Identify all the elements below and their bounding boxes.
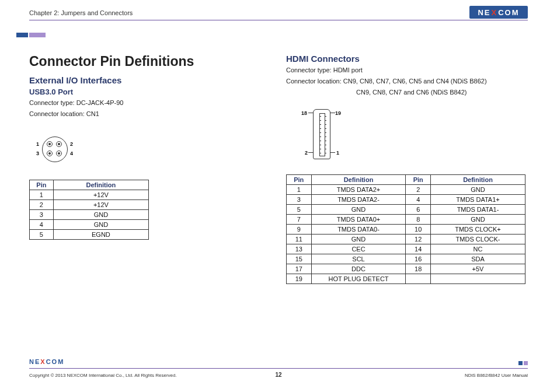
cell-pin xyxy=(406,274,431,284)
cell-pin: 12 xyxy=(406,234,431,244)
cell-def: TMDS DATA0- xyxy=(311,224,406,234)
cell-pin: 16 xyxy=(406,254,431,264)
hdmi-port-diagram: 18 19 2 1 xyxy=(287,106,369,164)
cell-def: TMDS DATA2- xyxy=(311,194,406,204)
table-row: 5EGND xyxy=(30,229,149,239)
cell-pin: 19 xyxy=(287,274,312,284)
cell-def: TMDS DATA1+ xyxy=(431,194,525,204)
hdmi-connector-location-1: Connector location: CN9, CN8, CN7, CN6, … xyxy=(286,77,528,86)
table-row: 19HOT PLUG DETECT xyxy=(287,274,525,284)
cell-def xyxy=(431,274,525,284)
usb-label-1: 1 xyxy=(36,141,39,147)
th-pin: Pin xyxy=(406,174,431,184)
usb-label-2: 2 xyxy=(70,141,73,147)
cell-def: +5V xyxy=(431,264,525,274)
nexcom-logo: NEXCOM xyxy=(469,6,528,19)
cell-def: GND xyxy=(431,184,525,194)
cell-pin: 6 xyxy=(406,204,431,214)
usb-pin-table: Pin Definition 1+12V2+12V3GND4GND5EGND xyxy=(29,180,149,240)
usb-pin4-icon xyxy=(56,150,62,156)
cell-def: EGND xyxy=(53,229,148,239)
usb-label-4: 4 xyxy=(70,150,73,156)
cell-pin: 3 xyxy=(287,194,312,204)
cell-pin: 10 xyxy=(406,224,431,234)
cell-def: TMDS DATA1- xyxy=(431,204,525,214)
logo-part-a: NE xyxy=(478,8,490,17)
cell-def: TMDS CLOCK- xyxy=(431,234,525,244)
logo-part-x: X xyxy=(491,8,499,17)
cell-def: DDC xyxy=(311,264,406,274)
manual-name: NDiS B862/B842 User Manual xyxy=(465,373,528,378)
th-pin: Pin xyxy=(287,174,312,184)
th-definition: Definition xyxy=(311,174,406,184)
cell-def: TMDS DATA2+ xyxy=(311,184,406,194)
table-row: 9TMDS DATA0-10TMDS CLOCK+ xyxy=(287,224,525,234)
hdmi-body-icon xyxy=(313,109,330,159)
page-tab-marker xyxy=(29,33,46,37)
hdmi-label-2: 2 xyxy=(305,150,308,156)
logo-part-a: NE xyxy=(29,358,40,365)
table-row: 11GND12TMDS CLOCK- xyxy=(287,234,525,244)
cell-def: HOT PLUG DETECT xyxy=(311,274,406,284)
subsection-usb3: USB3.0 Port xyxy=(29,88,257,96)
cell-pin: 1 xyxy=(30,190,54,200)
cell-pin: 2 xyxy=(30,200,54,209)
cell-def: NC xyxy=(431,244,525,254)
cell-pin: 14 xyxy=(406,244,431,254)
cell-def: TMDS CLOCK+ xyxy=(431,224,525,234)
th-definition: Definition xyxy=(431,174,525,184)
cell-pin: 8 xyxy=(406,214,431,224)
usb-pin3-icon xyxy=(47,150,53,156)
hdmi-leader-19 xyxy=(330,113,335,113)
hdmi-label-1: 1 xyxy=(336,150,339,156)
usb-connector-type: Connector type: DC-JACK-4P-90 xyxy=(29,99,257,108)
table-row: 7TMDS DATA0+8GND xyxy=(287,214,525,224)
cell-pin: 5 xyxy=(30,229,54,239)
usb-outer-ring-icon xyxy=(42,136,68,162)
cell-def: +12V xyxy=(53,200,148,209)
cell-pin: 2 xyxy=(406,184,431,194)
cell-def: GND xyxy=(311,234,406,244)
cell-def: CEC xyxy=(311,244,406,254)
section-hdmi: HDMI Connectors xyxy=(286,54,528,64)
chapter-title: Chapter 2: Jumpers and Connectors xyxy=(29,9,133,16)
hdmi-leader-2 xyxy=(308,152,313,153)
table-row: 5GND6TMDS DATA1- xyxy=(287,204,525,214)
cell-pin: 5 xyxy=(287,204,312,214)
hdmi-label-18: 18 xyxy=(301,110,307,116)
cell-def: GND xyxy=(311,204,406,214)
cell-pin: 17 xyxy=(287,264,312,274)
cell-def: GND xyxy=(431,214,525,224)
cell-pin: 13 xyxy=(287,244,312,254)
cell-def: SDA xyxy=(431,254,525,264)
table-row: 3TMDS DATA2-4TMDS DATA1+ xyxy=(287,194,525,204)
hdmi-slot-icon xyxy=(319,113,325,156)
hdmi-leader-1 xyxy=(330,152,335,153)
cell-pin: 4 xyxy=(30,219,54,229)
cell-def: +12V xyxy=(53,190,148,200)
logo-part-b: COM xyxy=(498,8,519,17)
usb-port-diagram: 1 2 3 4 xyxy=(29,133,82,166)
th-pin: Pin xyxy=(30,180,54,190)
usb-pin2-icon xyxy=(56,141,62,147)
usb-label-3: 3 xyxy=(36,150,39,156)
hdmi-connector-type: Connector type: HDMI port xyxy=(286,66,528,75)
cell-pin: 11 xyxy=(287,234,312,244)
table-row: 17DDC18+5V xyxy=(287,264,525,274)
logo-part-x: X xyxy=(40,358,46,365)
cell-def: SCL xyxy=(311,254,406,264)
table-row: 2+12V xyxy=(30,200,149,209)
table-row: 4GND xyxy=(30,219,149,229)
section-external-io: External I/O Interfaces xyxy=(29,75,257,85)
page-title: Connector Pin Definitions xyxy=(29,54,257,69)
cell-pin: 4 xyxy=(406,194,431,204)
header-rule xyxy=(29,20,528,20)
cell-pin: 9 xyxy=(287,224,312,234)
cell-pin: 3 xyxy=(30,209,54,219)
hdmi-label-19: 19 xyxy=(335,110,341,116)
cell-pin: 15 xyxy=(287,254,312,264)
table-row: 13CEC14NC xyxy=(287,244,525,254)
cell-pin: 7 xyxy=(287,214,312,224)
cell-pin: 18 xyxy=(406,264,431,274)
footer-logo: NEXCOM xyxy=(29,358,64,365)
